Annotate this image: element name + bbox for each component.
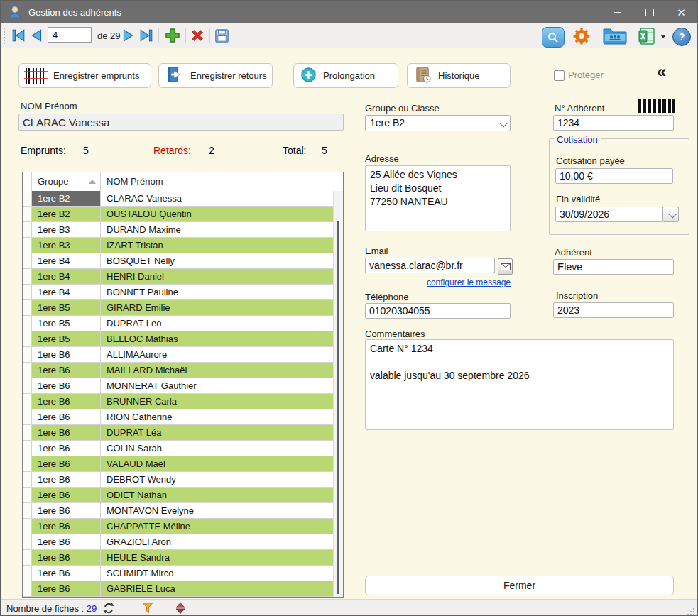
cell-groupe[interactable]: 1ere B5 [32, 331, 101, 346]
cell-nom-prenom[interactable]: CHAPPATTE Méline [101, 519, 333, 534]
cell-nom-prenom[interactable]: BOSQUET Nelly [101, 253, 333, 268]
nom-prenom-field[interactable] [18, 114, 344, 131]
emprunts-label[interactable]: Emprunts: [21, 145, 66, 156]
row-selector-cell[interactable] [23, 456, 32, 471]
row-selector-cell[interactable] [23, 550, 32, 565]
help-button[interactable]: ? [672, 28, 691, 46]
row-selector-cell[interactable] [23, 222, 32, 237]
num-adherent-field[interactable] [553, 115, 674, 131]
row-selector-cell[interactable] [23, 363, 32, 378]
row-selector-cell[interactable] [23, 425, 32, 440]
scrollbar-thumb[interactable] [337, 221, 339, 594]
cell-nom-prenom[interactable]: GRAZIOLI Aron [101, 534, 333, 549]
add-record-button[interactable] [163, 26, 182, 45]
table-row[interactable]: 1ere B6ALLIMAAurore [23, 347, 333, 363]
minimize-button[interactable] [601, 1, 633, 23]
row-selector-cell[interactable] [23, 519, 32, 534]
cotisation-payee-field[interactable] [555, 168, 673, 184]
row-selector-cell[interactable] [23, 472, 32, 487]
cell-nom-prenom[interactable]: CLARAC Vanessa [101, 191, 333, 206]
cell-groupe[interactable]: 1ere B6 [32, 503, 101, 518]
table-row[interactable]: 1ere B6DEBROT Wendy [23, 472, 333, 488]
row-selector-cell[interactable] [23, 503, 32, 518]
filter-button[interactable] [142, 603, 153, 616]
cell-nom-prenom[interactable]: DUPRAT Léa [101, 425, 333, 440]
prolongation-button[interactable]: Prolongation [293, 63, 398, 88]
cell-groupe[interactable]: 1ere B6 [32, 347, 101, 362]
table-row[interactable]: 1ere B5BELLOC Mathias [23, 331, 333, 347]
cell-groupe[interactable]: 1ere B6 [32, 566, 101, 581]
table-row[interactable]: 1ere B6MONTAVON Evelyne [23, 503, 333, 519]
row-selector-cell[interactable] [23, 394, 32, 409]
cell-groupe[interactable]: 1ere B6 [32, 550, 101, 565]
cell-groupe[interactable]: 1ere B6 [32, 456, 101, 471]
table-row[interactable]: 1ere B6DUPRAT Léa [23, 425, 333, 441]
row-selector-cell[interactable] [23, 253, 32, 268]
first-record-button[interactable] [11, 28, 26, 43]
cell-groupe[interactable]: 1ere B6 [32, 378, 101, 393]
cell-groupe[interactable]: 1ere B6 [32, 488, 101, 502]
groupe-classe-select[interactable]: 1ere B2 [365, 115, 511, 131]
cell-groupe[interactable]: 1ere B4 [32, 285, 101, 299]
cell-nom-prenom[interactable]: SCHMIDT Mirco [101, 566, 333, 581]
table-row[interactable]: 1ere B2OUSTALOU Quentin [23, 207, 333, 222]
excel-export-button[interactable] [637, 26, 657, 45]
cell-groupe[interactable]: 1ere B4 [32, 269, 101, 284]
inscription-field[interactable] [553, 302, 674, 318]
excel-dropdown-caret[interactable] [660, 35, 666, 38]
telephone-field[interactable] [365, 303, 511, 319]
table-row[interactable]: 1ere B5GIRARD Emilie [23, 300, 333, 316]
table-row[interactable]: 1ere B4BOSQUET Nelly [23, 253, 333, 269]
fermer-button[interactable]: Fermer [365, 576, 674, 595]
cell-groupe[interactable]: 1ere B6 [32, 394, 101, 409]
cell-groupe[interactable]: 1ere B6 [32, 363, 101, 378]
cell-nom-prenom[interactable]: HEULE Sandra [101, 550, 333, 565]
cell-groupe[interactable]: 1ere B2 [32, 207, 101, 221]
row-selector-cell[interactable] [23, 409, 32, 424]
cell-nom-prenom[interactable]: MAILLARD Michaël [101, 363, 333, 378]
header-groupe[interactable]: Groupe [32, 172, 101, 191]
cell-nom-prenom[interactable]: BRUNNER Carla [101, 394, 333, 409]
send-email-button[interactable] [498, 258, 513, 275]
row-selector-cell[interactable] [23, 566, 32, 581]
table-row[interactable]: 1ere B6VALAUD Maël [23, 456, 333, 472]
cell-nom-prenom[interactable]: DUPRAT Leo [101, 316, 333, 331]
delete-record-button[interactable] [188, 26, 207, 45]
email-field[interactable] [365, 258, 495, 273]
row-selector-cell[interactable] [23, 238, 32, 253]
refresh-button[interactable] [102, 602, 115, 616]
row-selector-cell[interactable] [23, 488, 32, 502]
table-row[interactable]: 1ere B4BONNET Pauline [23, 285, 333, 300]
table-row[interactable]: 1ere B6GRAZIOLI Aron [23, 534, 333, 550]
cell-groupe[interactable]: 1ere B6 [32, 441, 101, 456]
cell-groupe[interactable]: 1ere B6 [32, 425, 101, 440]
table-row[interactable]: 1ere B6CHAPPATTE Méline [23, 519, 333, 534]
table-row[interactable]: 1ere B6SCHMIDT Mirco [23, 566, 333, 581]
enregistrer-emprunts-button[interactable]: Enregistrer emprunts [18, 63, 151, 88]
row-selector-cell[interactable] [23, 347, 32, 362]
toolbar-grip[interactable] [4, 28, 5, 44]
enregistrer-retours-button[interactable]: Enregistrer retours [158, 63, 273, 88]
cell-nom-prenom[interactable]: ALLIMAAurore [101, 347, 333, 362]
cell-nom-prenom[interactable]: RION Catherine [101, 409, 333, 424]
table-row[interactable]: 1ere B6BRUNNER Carla [23, 394, 333, 409]
table-scrollbar[interactable] [333, 191, 343, 597]
cell-nom-prenom[interactable]: DEBROT Wendy [101, 472, 333, 487]
cell-groupe[interactable]: 1ere B6 [32, 472, 101, 487]
table-row[interactable]: 1ere B3DURAND Maxime [23, 222, 333, 238]
collapse-panel-chevron[interactable]: « [657, 62, 666, 82]
maximize-button[interactable] [633, 1, 665, 23]
cell-groupe[interactable]: 1ere B5 [32, 316, 101, 331]
proteger-checkbox[interactable] [554, 70, 565, 81]
date-dropdown-button[interactable] [662, 207, 679, 222]
close-button[interactable]: ✕ [665, 1, 697, 23]
cell-nom-prenom[interactable]: DURAND Maxime [101, 222, 333, 237]
cell-groupe[interactable]: 1ere B4 [32, 253, 101, 268]
resize-grip[interactable] [690, 611, 692, 612]
row-selector-cell[interactable] [23, 534, 32, 549]
table-row[interactable]: 1ere B2CLARAC Vanessa [23, 191, 333, 207]
save-record-button[interactable] [212, 26, 231, 45]
row-selector-cell[interactable] [23, 441, 32, 456]
retards-label[interactable]: Retards: [153, 145, 191, 156]
cell-nom-prenom[interactable]: MONTAVON Evelyne [101, 503, 333, 518]
